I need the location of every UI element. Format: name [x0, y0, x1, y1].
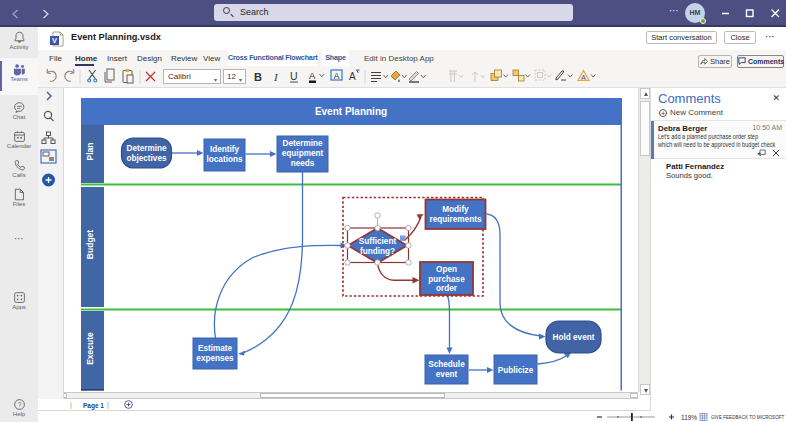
svg-text:equipment: equipment: [282, 149, 324, 158]
svg-text:Event Planning: Event Planning: [315, 106, 387, 117]
svg-text:Determine: Determine: [282, 139, 322, 148]
svg-text:Schedule: Schedule: [428, 360, 465, 369]
svg-text:Identify: Identify: [210, 145, 240, 154]
svg-text:Determine: Determine: [126, 144, 166, 153]
svg-text:A: A: [309, 70, 316, 81]
svg-text:?: ?: [17, 401, 21, 408]
svg-text:event: event: [436, 370, 458, 379]
svg-text:Estimate: Estimate: [198, 344, 233, 353]
svg-text:A: A: [334, 71, 340, 81]
svg-text:locations: locations: [207, 155, 243, 164]
svg-text:A: A: [349, 71, 356, 82]
svg-text:funding?: funding?: [360, 247, 395, 256]
svg-text:V: V: [52, 36, 57, 45]
svg-text:GIVE FEEDBACK TO MICROSOFT: GIVE FEEDBACK TO MICROSOFT: [711, 415, 785, 420]
svg-text:requirements: requirements: [430, 215, 482, 224]
svg-text:needs: needs: [291, 159, 315, 168]
svg-text:Open: Open: [436, 265, 457, 274]
svg-text:A: A: [581, 74, 586, 81]
svg-text:U: U: [290, 70, 298, 82]
svg-text:expenses: expenses: [196, 354, 234, 363]
svg-text:Hold event: Hold event: [553, 333, 595, 342]
svg-text:objectives: objectives: [126, 154, 166, 163]
svg-text:order: order: [436, 284, 458, 293]
svg-text:Modify: Modify: [442, 205, 469, 214]
svg-text:119%: 119%: [681, 414, 697, 421]
svg-text:Budget: Budget: [85, 230, 95, 259]
svg-text:purchase: purchase: [428, 275, 465, 284]
svg-text:Plan: Plan: [85, 143, 95, 161]
svg-text:B: B: [254, 71, 262, 83]
svg-text:Publicize: Publicize: [498, 366, 534, 375]
svg-text:Sufficient: Sufficient: [359, 237, 397, 246]
svg-text:I: I: [273, 71, 279, 83]
svg-text:Execute: Execute: [85, 332, 95, 365]
